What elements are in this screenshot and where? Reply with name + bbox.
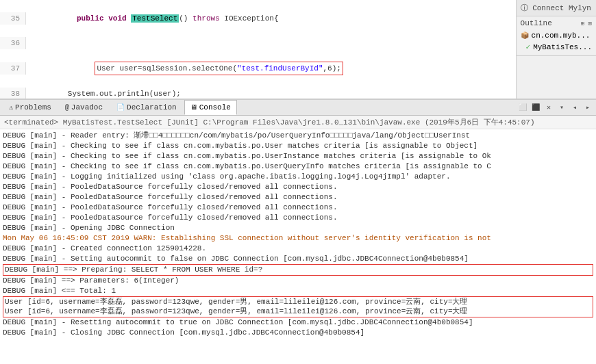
- line-number: 36: [0, 37, 26, 49]
- declaration-icon: 📄: [116, 103, 125, 112]
- outline-item-class[interactable]: ✓ MyBatisTes...: [521, 41, 592, 53]
- outline-panel: Outline ⊞ ⊠ 📦 cn.com.myb... ✓ MyBatisTes…: [517, 16, 596, 56]
- close-button[interactable]: ✕: [543, 102, 554, 113]
- console-line: DEBUG [main] - Setting autocommit to fal…: [3, 254, 593, 264]
- console-line: DEBUG [main] - PooledDataSource forceful…: [3, 192, 593, 203]
- outline-icons: ⊞ ⊠: [581, 20, 592, 27]
- tab-problems-label: Problems: [15, 103, 51, 112]
- console-line: DEBUG [main] ==> Parameters: 6(Integer): [3, 276, 593, 286]
- console-icon: 🖥: [190, 103, 197, 112]
- console-line: User [id=6, username=李磊磊, password=123qw…: [3, 307, 593, 317]
- outline-item-package[interactable]: 📦 cn.com.myb...: [521, 30, 592, 41]
- outline-item-label: cn.com.myb...: [532, 31, 591, 40]
- tab-console[interactable]: 🖥 Console: [184, 100, 237, 115]
- line-content: [26, 37, 36, 49]
- console-line: DEBUG [main] ==> Preparing: SELECT * FRO…: [3, 264, 593, 276]
- menu-button[interactable]: ▾: [556, 102, 567, 113]
- console-header-text: <terminated> MyBatisTest.TestSelect [JUn…: [4, 118, 535, 127]
- console-line: DEBUG [main] - Closing JDBC Connection […: [3, 328, 593, 338]
- keyword: void: [108, 14, 126, 23]
- line-content: User user=sqlSession.selectOne("test.fin…: [26, 49, 343, 88]
- code-line-36: 36: [0, 37, 516, 49]
- tab-declaration[interactable]: 📄 Declaration: [110, 100, 183, 115]
- line-number: 35: [0, 12, 26, 25]
- line-content: public void TestSelect() throws IOExcept…: [26, 0, 279, 37]
- outline-item-label: MyBatisTes...: [533, 43, 592, 51]
- tab-problems[interactable]: ⚠ Problems: [3, 100, 58, 115]
- line-number: 37: [0, 62, 26, 75]
- package-icon: 📦: [521, 31, 529, 40]
- check-icon: ✓: [526, 42, 531, 51]
- outline-header: Outline ⊞ ⊠: [521, 19, 592, 27]
- connect-mylyn-label: ⓘ Connect Mylyn: [521, 4, 591, 12]
- console-line: DEBUG [main] - Resetting autocommit to t…: [3, 317, 593, 328]
- minimize-button[interactable]: ⬜: [517, 102, 528, 113]
- console-content[interactable]: DEBUG [main] - Reader entry: 渐墆□□4□□□□□□…: [0, 129, 596, 364]
- tab-bar: ⚠ Problems @ Javadoc 📄 Declaration 🖥 Con…: [0, 99, 596, 116]
- highlighted-code: User user=sqlSession.selectOne("test.fin…: [95, 62, 343, 75]
- prev-button[interactable]: ◂: [569, 102, 580, 113]
- code-line-38: 38 System.out.println(user);: [0, 88, 516, 99]
- tab-javadoc[interactable]: @ Javadoc: [59, 100, 109, 115]
- console-line: DEBUG [main] - Checking to see if class …: [3, 151, 593, 161]
- method-name: TestSelect: [131, 14, 179, 23]
- line-content: System.out.println(user);: [26, 88, 181, 99]
- console-line: DEBUG [main] - Checking to see if class …: [3, 161, 593, 172]
- console-line: DEBUG [main] <== Total: 1: [3, 286, 593, 296]
- console-line: DEBUG [main] - Checking to see if class …: [3, 141, 593, 151]
- line-number: 38: [0, 88, 26, 99]
- connect-mylyn[interactable]: ⓘ Connect Mylyn: [517, 0, 596, 16]
- keyword: throws: [193, 14, 220, 23]
- outline-label: Outline: [521, 19, 552, 27]
- console-line: DEBUG [main] - PooledDataSource forceful…: [3, 213, 593, 223]
- code-line-37: 37 User user=sqlSession.selectOne("test.…: [0, 49, 516, 88]
- javadoc-icon: @: [65, 104, 69, 112]
- code-editor[interactable]: 35 public void TestSelect() throws IOExc…: [0, 0, 516, 99]
- keyword: public: [77, 14, 104, 23]
- console-area: <terminated> MyBatisTest.TestSelect [JUn…: [0, 116, 596, 364]
- tab-declaration-label: Declaration: [127, 103, 177, 112]
- console-line: DEBUG [main] - Reader entry: 渐墆□□4□□□□□□…: [3, 131, 593, 141]
- console-line: DEBUG [main] - PooledDataSource forceful…: [3, 203, 593, 213]
- console-line: DEBUG [main] - Opening JDBC Connection: [3, 223, 593, 233]
- console-header: <terminated> MyBatisTest.TestSelect [JUn…: [0, 116, 596, 129]
- console-line: DEBUG [main] - Logging initialized using…: [3, 172, 593, 182]
- tab-bar-right: ⬜ ⬛ ✕ ▾ ◂ ▸: [517, 102, 593, 113]
- console-line: Mon May 06 16:45:09 CST 2019 WARN: Estab…: [3, 233, 593, 244]
- tab-javadoc-label: Javadoc: [71, 103, 103, 112]
- code-lines: 35 public void TestSelect() throws IOExc…: [0, 0, 516, 99]
- next-button[interactable]: ▸: [582, 102, 593, 113]
- code-line-35: 35 public void TestSelect() throws IOExc…: [0, 0, 516, 37]
- console-line: User [id=6, username=李磊磊, password=123qw…: [3, 296, 593, 307]
- right-panel: ⓘ Connect Mylyn Outline ⊞ ⊠ 📦 cn.com.myb…: [516, 0, 596, 99]
- editor-area: 35 public void TestSelect() throws IOExc…: [0, 0, 596, 99]
- maximize-button[interactable]: ⬛: [530, 102, 541, 113]
- tab-console-label: Console: [199, 103, 231, 112]
- console-line: DEBUG [main] - PooledDataSource forceful…: [3, 182, 593, 192]
- console-line: DEBUG [main] - Created connection 125901…: [3, 244, 593, 254]
- problems-icon: ⚠: [9, 103, 13, 112]
